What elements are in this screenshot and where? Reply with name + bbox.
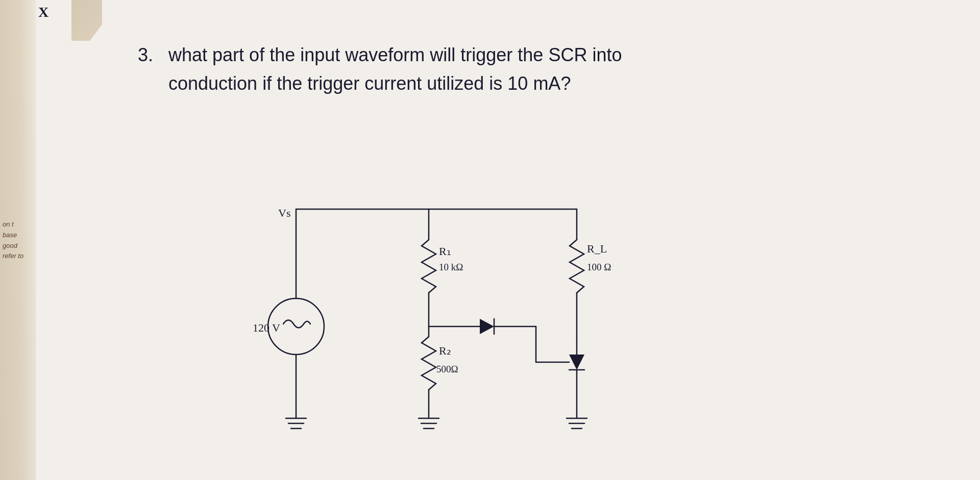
- question-number: 3.: [138, 44, 153, 65]
- question-line1-text: what part of the input waveform will tri…: [168, 44, 622, 65]
- corner-mark: X: [38, 4, 48, 20]
- question-line2-text: conduction if the trigger current utiliz…: [168, 69, 980, 98]
- vs-label: Vs: [278, 207, 290, 219]
- sidebar-text: on t base good refer to: [3, 219, 33, 262]
- r1-value: 10 kΩ: [439, 262, 463, 272]
- rl-value: 100 Ω: [587, 262, 611, 272]
- corner-fold: [71, 0, 102, 41]
- rl-label: R_L: [587, 242, 607, 255]
- circuit-svg: .wire { stroke: #1a1a2e; stroke-width: 2…: [179, 168, 638, 439]
- rl-resistor: [570, 240, 584, 293]
- main-content-area: X 3.what part of the input waveform will…: [36, 0, 980, 480]
- question-number-line: 3.what part of the input waveform will t…: [138, 41, 980, 69]
- r2-resistor: [422, 337, 436, 390]
- source-voltage-label: 120 V: [253, 321, 280, 334]
- r2-label: R₂: [439, 344, 451, 357]
- question-text: 3.what part of the input waveform will t…: [138, 41, 980, 98]
- scr-triangle: [569, 355, 584, 370]
- r1-resistor: [422, 240, 436, 293]
- r1-label: R₁: [439, 245, 451, 258]
- r2-value: 500Ω: [436, 364, 458, 374]
- circuit-diagram: .wire { stroke: #1a1a2e; stroke-width: 2…: [179, 168, 638, 439]
- ac-symbol: [283, 320, 310, 328]
- diode-triangle: [480, 319, 494, 334]
